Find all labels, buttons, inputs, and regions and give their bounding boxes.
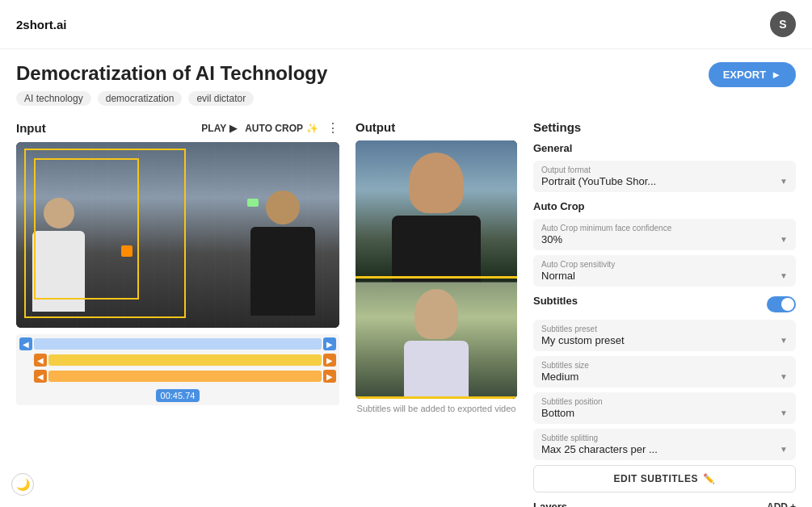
subtitles-size-label: Subtitles size (541, 361, 788, 370)
play-label: PLAY (201, 123, 226, 134)
add-label: ADD (767, 501, 788, 508)
input-header: Input PLAY ▶ AUTO CROP ✨ ⋮ (16, 120, 339, 136)
output-format-label: Output format (541, 166, 788, 174)
subtitles-position-item[interactable]: Subtitles position Bottom ▼ (533, 392, 796, 424)
output-label: Output (356, 120, 395, 134)
play-icon: ▶ (229, 123, 237, 134)
face-confidence-value: 30% ▼ (541, 233, 788, 245)
timeline: ◀ ▶ ◀ ▶ ◀ ▶ 00:45.74 (16, 334, 339, 405)
toggle-knob (781, 298, 794, 311)
subtitle-splitting-item[interactable]: Subtitle splitting Max 25 characters per… (533, 429, 796, 460)
output-border-yellow-top (356, 276, 517, 279)
sam-head (414, 289, 458, 339)
settings-auto-crop: Auto Crop Auto Crop minimum face confide… (533, 200, 796, 287)
header: 2short.ai S (0, 0, 812, 49)
settings-general: General Output format Portrait (YouTube … (533, 142, 796, 192)
page-title-area: Democratization of AI Technology AI tech… (16, 62, 327, 117)
timeline-track-3: ◀ ▶ (19, 370, 336, 383)
chevron-down-icon-6: ▼ (780, 409, 788, 417)
elon-body (392, 216, 481, 282)
output-header: Output (356, 120, 517, 134)
subtitles-toggle[interactable] (767, 296, 796, 312)
timeline-arrow-left-2[interactable]: ◀ (34, 354, 47, 367)
input-video (16, 142, 339, 328)
edit-subtitles-label: EDIT SUBTITLES (614, 473, 698, 484)
sensitivity-value: Normal ▼ (541, 270, 788, 282)
timeline-track-1: ◀ ▶ (19, 337, 336, 350)
export-icon: ► (771, 69, 781, 81)
auto-crop-label: AUTO CROP (245, 123, 303, 134)
sam-body (404, 341, 469, 397)
timeline-bar-main[interactable] (34, 338, 322, 350)
output-video-top (356, 140, 517, 282)
subtitles-size-item[interactable]: Subtitles size Medium ▼ (533, 356, 796, 388)
main-content: Democratization of AI Technology AI tech… (0, 49, 812, 507)
sensitivity-item[interactable]: Auto Crop sensitivity Normal ▼ (533, 255, 796, 287)
output-border-yellow-bottom (356, 396, 517, 399)
subtitle-splitting-label: Subtitle splitting (541, 434, 788, 442)
export-label: EXPORT (723, 69, 766, 81)
output-format-item[interactable]: Output format Portrait (YouTube Shor... … (533, 161, 796, 192)
timeline-arrow-right-3[interactable]: ▶ (323, 370, 336, 383)
subtitles-position-value: Bottom ▼ (541, 407, 788, 419)
chevron-down-icon-5: ▼ (780, 372, 788, 381)
subtitles-header: Subtitles (533, 295, 796, 313)
edit-subtitles-button[interactable]: EDIT SUBTITLES ✏️ (533, 465, 796, 492)
sensitivity-label: Auto Crop sensitivity (541, 260, 788, 269)
add-icon: + (790, 501, 796, 508)
elon-figure (392, 153, 481, 282)
subtitles-title: Subtitles (533, 295, 578, 307)
timeline-arrow-left[interactable]: ◀ (19, 337, 32, 350)
logo: 2short.ai (16, 18, 67, 31)
tags-row: AI technology democratization evil dicta… (16, 91, 327, 106)
subtitle-splitting-value: Max 25 characters per ... ▼ (541, 443, 788, 455)
person-left (32, 198, 85, 312)
subtitles-preset-label: Subtitles preset (541, 325, 788, 333)
sam-figure (404, 289, 469, 397)
timeline-bar-orange2[interactable] (48, 371, 322, 382)
timeline-bar-orange[interactable] (48, 354, 322, 366)
page-top: Democratization of AI Technology AI tech… (16, 62, 796, 117)
timestamp-badge: 00:45.74 (156, 389, 200, 402)
edit-icon: ✏️ (703, 473, 716, 484)
person-right (250, 191, 315, 316)
play-button[interactable]: PLAY ▶ (201, 123, 237, 134)
add-layer-button[interactable]: ADD + (767, 501, 796, 508)
timeline-arrow-right-2[interactable]: ▶ (323, 354, 336, 367)
chevron-down-icon-4: ▼ (780, 336, 788, 345)
green-marker (247, 199, 259, 207)
settings-title: Settings (533, 120, 796, 134)
timeline-arrow-left-3[interactable]: ◀ (34, 370, 47, 383)
layers-title: Layers (533, 501, 567, 507)
subtitles-preset-value: My custom preset ▼ (541, 334, 788, 346)
output-column: Output (356, 120, 517, 507)
avatar[interactable]: S (770, 11, 796, 37)
chevron-down-icon-2: ▼ (780, 235, 788, 244)
auto-crop-title: Auto Crop (533, 200, 796, 212)
dark-mode-button[interactable]: 🌙 (11, 473, 34, 496)
output-format-value: Portrait (YouTube Shor... ▼ (541, 175, 788, 187)
input-label: Input (16, 121, 46, 135)
timeline-track-2: ◀ ▶ (19, 354, 336, 367)
magic-icon: ✨ (306, 123, 318, 134)
output-scene-top (356, 140, 517, 282)
subtitles-size-value: Medium ▼ (541, 371, 788, 383)
subtitles-preset-item[interactable]: Subtitles preset My custom preset ▼ (533, 320, 796, 351)
output-video-bottom (356, 282, 517, 399)
tag-2: evil dictator (188, 91, 254, 106)
timeline-arrow-right[interactable]: ▶ (323, 337, 336, 350)
timestamp-container: 00:45.74 (19, 386, 336, 402)
chevron-down-icon-3: ▼ (780, 271, 788, 280)
page-title: Democratization of AI Technology (16, 62, 327, 85)
tag-0: AI technology (16, 91, 91, 106)
face-confidence-item[interactable]: Auto Crop minimum face confidence 30% ▼ (533, 219, 796, 250)
export-button[interactable]: EXPORT ► (709, 62, 796, 87)
input-column: Input PLAY ▶ AUTO CROP ✨ ⋮ (16, 120, 339, 507)
input-controls: PLAY ▶ AUTO CROP ✨ ⋮ (201, 120, 339, 136)
chevron-down-icon: ▼ (780, 177, 788, 186)
auto-crop-button[interactable]: AUTO CROP ✨ (245, 123, 318, 134)
output-scene-bottom (356, 283, 517, 399)
more-button[interactable]: ⋮ (326, 120, 339, 136)
settings-column: Settings General Output format Portrait … (533, 120, 796, 507)
tag-1: democratization (98, 91, 183, 106)
